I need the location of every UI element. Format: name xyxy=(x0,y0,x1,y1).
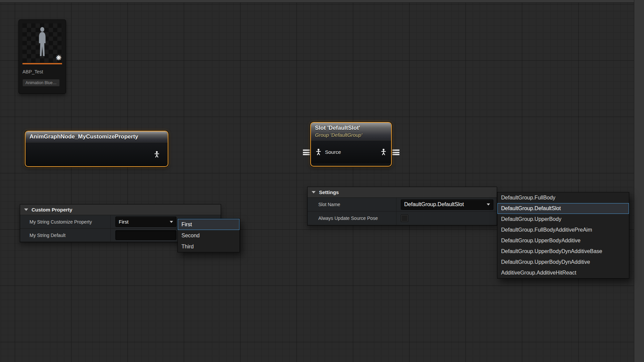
slot-name-dropdown-menu: DefaultGroup.FullBody DefaultGroup.Defau… xyxy=(497,192,629,279)
property-label: Slot Name xyxy=(308,198,396,212)
chevron-down-icon xyxy=(487,203,490,205)
property-row-slot-name: Slot Name DefaultGroup.DefaultSlot xyxy=(308,198,497,212)
settings-header[interactable]: Settings xyxy=(308,187,497,198)
animation-blueprint-graph-canvas[interactable]: ❋ ABP_Test Animation Blue… AnimGraphNode… xyxy=(0,0,644,362)
node-title: AnimGraphNode_MyCustomizeProperty xyxy=(30,133,164,140)
expander-arrow-icon[interactable] xyxy=(312,191,316,193)
asset-title: ABP_Test xyxy=(22,69,62,74)
node-subtitle: Group 'DefaultGroup' xyxy=(315,132,387,138)
panel-right-edge xyxy=(634,0,644,362)
always-update-source-pose-checkbox[interactable] xyxy=(401,215,408,222)
dropdown-option-first[interactable]: First xyxy=(178,219,239,230)
pose-output-pin-icon[interactable] xyxy=(153,151,160,158)
node-body xyxy=(25,142,168,166)
pose-wire-stub-input[interactable] xyxy=(303,149,310,155)
slot-option[interactable]: DefaultGroup.UpperBodyDynAdditive xyxy=(497,257,629,267)
slot-option[interactable]: DefaultGroup.FullBodyAdditivePreAim xyxy=(497,225,629,235)
source-input-pin[interactable]: Source xyxy=(315,148,341,156)
string-default-input[interactable] xyxy=(115,230,176,240)
dropdown-option-third[interactable]: Third xyxy=(178,241,239,252)
section-title: Settings xyxy=(319,189,339,195)
section-title: Custom Property xyxy=(32,207,72,213)
panel-top-edge xyxy=(0,0,644,3)
combobox-value: First xyxy=(119,219,128,225)
property-label: My String Default xyxy=(20,229,111,242)
string-customize-combobox[interactable]: First xyxy=(115,217,176,227)
slot-option[interactable]: DefaultGroup.FullBody xyxy=(497,192,629,203)
property-value-cell xyxy=(111,230,176,240)
dropdown-option-second[interactable]: Second xyxy=(178,230,239,241)
asset-type-color-bar xyxy=(22,63,62,64)
node-header[interactable]: Slot 'DefaultSlot' Group 'DefaultGroup' xyxy=(311,123,391,140)
property-row-always-update-source-pose: Always Update Source Pose xyxy=(308,212,497,225)
slot-name-combobox[interactable]: DefaultGroup.DefaultSlot xyxy=(401,199,493,210)
asset-thumbnail: ❋ xyxy=(22,23,62,64)
property-value-cell xyxy=(396,215,408,222)
pose-wire-stub-output[interactable] xyxy=(392,149,399,155)
property-label: My String Customize Property xyxy=(20,215,111,229)
property-value-cell: First xyxy=(111,217,176,227)
property-label: Always Update Source Pose xyxy=(308,212,396,225)
mannequin-silhouette-icon xyxy=(35,26,50,60)
pose-input-pin-icon[interactable] xyxy=(315,148,322,156)
asset-type-badge: Animation Blue… xyxy=(22,79,60,86)
asset-card-abp-test[interactable]: ❋ ABP_Test Animation Blue… xyxy=(18,19,66,94)
node-slot-default-slot[interactable]: Slot 'DefaultSlot' Group 'DefaultGroup' … xyxy=(310,122,392,167)
node-header[interactable]: AnimGraphNode_MyCustomizeProperty xyxy=(25,131,168,142)
string-customize-dropdown-menu: First Second Third xyxy=(177,219,240,252)
pose-output-pin-icon[interactable] xyxy=(380,148,387,156)
slot-option-selected[interactable]: DefaultGroup.DefaultSlot xyxy=(497,203,629,214)
slot-option[interactable]: DefaultGroup.UpperBody xyxy=(497,214,629,225)
chevron-down-icon xyxy=(170,221,173,223)
combobox-value: DefaultGroup.DefaultSlot xyxy=(404,201,464,207)
slot-option[interactable]: DefaultGroup.UpperBodyDynAdditiveBase xyxy=(497,246,629,257)
source-pin-label: Source xyxy=(325,149,341,155)
particle-burst-icon: ❋ xyxy=(56,54,61,62)
custom-property-header[interactable]: Custom Property xyxy=(20,204,221,215)
node-body: Source xyxy=(311,140,391,163)
settings-panel: Settings Slot Name DefaultGroup.DefaultS… xyxy=(307,187,497,226)
property-value-cell: DefaultGroup.DefaultSlot xyxy=(396,199,493,210)
slot-option[interactable]: AdditiveGroup.AdditiveHitReact xyxy=(497,267,629,278)
expander-arrow-icon[interactable] xyxy=(24,208,28,211)
node-title: Slot 'DefaultSlot' xyxy=(315,124,387,132)
slot-option[interactable]: DefaultGroup.UpperBodyAdditive xyxy=(497,235,629,246)
node-anim-graph-customize-property[interactable]: AnimGraphNode_MyCustomizeProperty xyxy=(25,131,168,167)
